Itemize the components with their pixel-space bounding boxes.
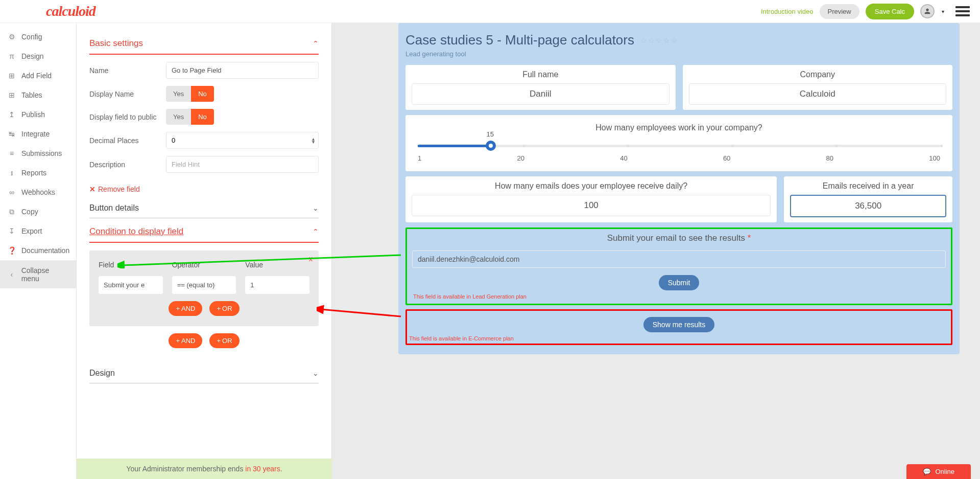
hamburger-menu-icon[interactable] [955,4,970,18]
star-icon: ☆ [671,36,678,44]
section-condition[interactable]: Condition to display field ⌃ [89,221,319,243]
membership-banner: Your Administrator membership ends in 30… [77,459,332,479]
sidebar-item-copy[interactable]: ⧉Copy [0,202,76,221]
display-public-no[interactable]: No [191,109,214,125]
show-results-section: Show me results This field is available … [405,309,952,345]
cond-value-label: Value [245,261,309,269]
decimal-input[interactable] [166,132,319,149]
star-icon: ☆ [648,36,655,44]
remove-field-button[interactable]: ✕Remove field [89,185,140,193]
calculator-title: Case studies 5 - Multi-page calculators [405,32,634,48]
display-name-no[interactable]: No [191,86,214,102]
condition-box: x Field Operator Value +AND +OR [89,250,319,326]
sidebar-item-documentation[interactable]: ❓Documentation [0,241,76,260]
avatar-chevron-icon[interactable]: ▾ [942,9,944,14]
plus-icon: + [217,337,221,345]
submit-email-title: Submit your email to see the results * [412,233,946,243]
sidebar-item-collapse[interactable]: ‹Collapse menu [0,260,76,288]
sidebar-item-add-field[interactable]: ⊞Add Field [0,66,76,85]
preview-panel: Case studies 5 - Multi-page calculators … [332,23,980,479]
rating-stars[interactable]: ☆☆☆☆☆ [640,36,678,44]
save-calc-button[interactable]: Save Calc [866,4,914,19]
sidebar-item-integrate[interactable]: ↹Integrate [0,124,76,144]
display-name-label: Display Name [89,90,166,98]
cond-value-input[interactable] [245,276,309,294]
company-input[interactable]: Calculoid [689,83,947,105]
leadgen-note: This field is available in Lead Generati… [412,293,946,300]
sidebar: ⚙Config πDesign ⊞Add Field ⊞Tables ↥Publ… [0,23,77,479]
intro-video-link[interactable]: Introduction video [761,8,814,15]
chat-widget[interactable]: 💬 Online [906,464,971,479]
company-field: Company Calculoid [683,65,953,110]
name-input[interactable] [166,62,319,79]
or-button-inner[interactable]: +OR [209,301,239,316]
sidebar-item-export[interactable]: ↧Export [0,221,76,241]
submit-button[interactable]: Submit [659,275,700,290]
display-name-yes[interactable]: Yes [166,86,191,102]
star-icon: ☆ [663,36,670,44]
sidebar-item-publish[interactable]: ↥Publish [0,105,76,124]
plus-icon: + [217,305,221,312]
close-icon: ✕ [89,185,95,193]
design-icon: π [8,53,15,60]
star-icon: ☆ [640,36,647,44]
spinner-icon[interactable]: ▴▾ [312,138,315,144]
logo[interactable]: calculoid [46,3,95,19]
description-input[interactable] [166,156,319,173]
employees-question: How many employees work in your company? [417,123,941,132]
cond-field-select[interactable] [99,276,163,294]
slider-tick-label: 20 [517,154,524,162]
user-avatar[interactable] [920,4,935,18]
plus-icon: ⊞ [8,72,15,79]
chevron-up-icon: ⌃ [313,39,319,48]
preview-button[interactable]: Preview [820,4,859,19]
emails-year-output: 36,500 [790,195,946,217]
slider-track[interactable] [418,145,940,147]
description-label: Description [89,161,166,169]
display-public-yes[interactable]: Yes [166,109,191,125]
section-basic-settings[interactable]: Basic settings ⌃ [89,33,319,55]
submissions-icon: ≡ [8,150,15,157]
company-label: Company [689,70,947,79]
sidebar-item-reports[interactable]: ⫾Reports [0,163,76,183]
fullname-field: Full name Daniil [405,65,676,110]
sidebar-item-webhooks[interactable]: ∞Webhooks [0,183,76,202]
or-button-outer[interactable]: +OR [209,333,239,348]
fullname-input[interactable]: Daniil [412,83,670,105]
cond-operator-select[interactable] [172,276,236,294]
emails-year-field: Emails received in a year 36,500 [784,176,952,222]
sidebar-item-tables[interactable]: ⊞Tables [0,85,76,105]
calculator-card: Case studies 5 - Multi-page calculators … [398,23,960,354]
fullname-label: Full name [412,70,670,79]
submit-email-section: Submit your email to see the results * d… [405,227,952,305]
decimal-label: Decimal Places [89,136,166,145]
display-public-label: Display field to public [89,113,166,121]
slider-tick-label: 100 [929,154,940,162]
webhooks-icon: ∞ [8,189,15,196]
slider-tick-label: 80 [826,154,833,162]
name-label: Name [89,66,166,75]
sidebar-item-submissions[interactable]: ≡Submissions [0,144,76,163]
ecom-note: This field is available in E-Commerce pl… [407,335,951,341]
condition-close-button[interactable]: x [309,255,313,263]
and-button-outer[interactable]: +AND [169,333,202,348]
copy-icon: ⧉ [8,208,15,215]
emails-daily-input[interactable]: 100 [412,195,771,216]
emails-daily-field: How many emails does your employee recei… [405,176,777,222]
section-design[interactable]: Design ⌄ [89,363,319,383]
show-results-button[interactable]: Show me results [643,317,714,332]
chevron-down-icon: ⌄ [313,204,319,212]
slider-thumb[interactable] [486,141,496,151]
display-name-toggle[interactable]: Yes No [166,86,214,102]
cond-operator-label: Operator [172,261,236,269]
section-button-details[interactable]: Button details ⌄ [89,198,319,218]
sidebar-item-design[interactable]: πDesign [0,47,76,66]
email-input[interactable]: daniil.denezhkin@calculoid.com [412,250,946,268]
and-button-inner[interactable]: +AND [169,301,202,316]
sidebar-item-config[interactable]: ⚙Config [0,27,76,47]
gear-icon: ⚙ [8,33,15,40]
slider-tick-label: 60 [723,154,730,162]
plus-icon: + [176,337,180,345]
slider-value: 15 [487,130,494,138]
display-public-toggle[interactable]: Yes No [166,109,214,125]
